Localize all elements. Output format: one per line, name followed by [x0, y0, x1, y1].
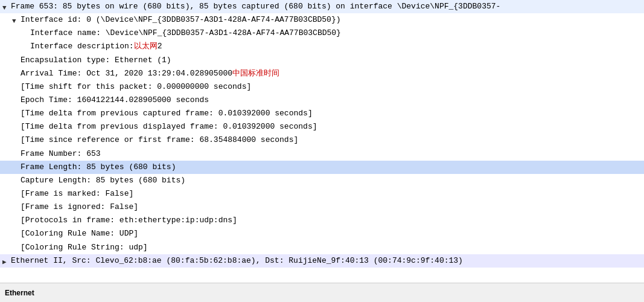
row-text: [Time shift for this packet: 0.000000000… [21, 81, 251, 93]
row-text: Frame Length: 85 bytes (680 bits) [21, 161, 176, 173]
spacer [12, 177, 19, 184]
status-label: Ethernet [5, 289, 34, 297]
spacer [12, 110, 19, 117]
tree-row-capture-length[interactable]: Capture Length: 85 bytes (680 bits) [0, 174, 644, 187]
tree-row-protocols[interactable]: [Protocols in frame: eth:ethertype:ip:ud… [0, 214, 644, 227]
spacer [12, 83, 19, 91]
collapse-icon[interactable]: ▼ [2, 3, 10, 10]
spacer [22, 43, 29, 50]
row-text: [Frame is marked: False] [21, 188, 133, 200]
row-text: [Coloring Rule Name: UDP] [21, 228, 138, 240]
tree-row-coloring-rule-string[interactable]: [Coloring Rule String: udp] [0, 241, 644, 254]
text-part: Arrival Time: Oct 31, 2020 13:29:04.0289… [21, 68, 232, 80]
tree-row-epoch-time[interactable]: Epoch Time: 1604122144.028905000 seconds [0, 94, 644, 107]
row-text: Frame 653: 85 bytes on wire (680 bits), … [11, 1, 500, 13]
expand-icon[interactable]: ▶ [2, 257, 10, 265]
spacer [12, 137, 19, 144]
spacer [12, 217, 19, 224]
tree-row-interface-desc[interactable]: Interface description: 以太网 2 [0, 40, 644, 53]
row-text: [Protocols in frame: eth:ethertype:ip:ud… [21, 214, 237, 226]
tree-row-interface-id[interactable]: ▼Interface id: 0 (\Device\NPF_{3DDB0357-… [0, 13, 644, 27]
row-text: Encapsulation type: Ethernet (1) [21, 54, 171, 66]
spacer [12, 190, 19, 198]
spacer [12, 150, 19, 158]
tree-row-time-delta-displayed[interactable]: [Time delta from previous displayed fram… [0, 120, 644, 133]
tree-row-frame-length[interactable]: Frame Length: 85 bytes (680 bits) [0, 161, 644, 174]
spacer [12, 123, 19, 130]
row-text: [Time delta from previous displayed fram… [21, 121, 317, 133]
tree-row-frame-marked[interactable]: [Frame is marked: False] [0, 187, 644, 201]
status-bar: Ethernet [0, 283, 644, 302]
spacer [12, 57, 19, 64]
spacer [12, 164, 19, 171]
row-text: [Time since reference or first frame: 68… [21, 134, 298, 146]
text-part: 以太网 [134, 40, 158, 53]
tree-row-interface-name[interactable]: Interface name: \Device\NPF_{3DDB0357-A3… [0, 27, 644, 40]
row-text: Epoch Time: 1604122144.028905000 seconds [21, 94, 209, 106]
spacer [12, 97, 19, 104]
tree-row-frame-header[interactable]: ▼Frame 653: 85 bytes on wire (680 bits),… [0, 0, 644, 13]
tree-row-time-since-ref[interactable]: [Time since reference or first frame: 68… [0, 133, 644, 147]
spacer [12, 244, 19, 251]
row-text: Ethernet II, Src: Clevo_62:b8:ae (80:fa:… [11, 255, 463, 267]
row-text: Capture Length: 85 bytes (680 bits) [21, 175, 185, 187]
tree-row-encap-type[interactable]: Encapsulation type: Ethernet (1) [0, 54, 644, 67]
spacer [12, 230, 19, 237]
tree-row-coloring-rule-name[interactable]: [Coloring Rule Name: UDP] [0, 227, 644, 240]
text-part: Interface description: [30, 40, 134, 53]
tree-row-time-shift[interactable]: [Time shift for this packet: 0.000000000… [0, 80, 644, 94]
packet-detail-panel[interactable]: ▼Frame 653: 85 bytes on wire (680 bits),… [0, 0, 644, 302]
row-text: [Coloring Rule String: udp] [21, 242, 148, 254]
spacer [12, 204, 19, 211]
row-text: Interface id: 0 (\Device\NPF_{3DDB0357-A… [21, 14, 341, 26]
spacer [12, 70, 19, 77]
text-part: 中国标准时间 [232, 68, 279, 80]
tree-row-arrival-time[interactable]: Arrival Time: Oct 31, 2020 13:29:04.0289… [0, 67, 644, 80]
row-text: [Time delta from previous captured frame… [21, 108, 313, 120]
row-text: [Frame is ignored: False] [21, 201, 138, 213]
tree-row-frame-ignored[interactable]: [Frame is ignored: False] [0, 201, 644, 214]
tree-row-ethernet-ii[interactable]: ▶Ethernet II, Src: Clevo_62:b8:ae (80:fa… [0, 254, 644, 268]
row-text: Interface name: \Device\NPF_{3DDB0357-A3… [30, 27, 341, 39]
text-part: 2 [158, 40, 162, 53]
tree-row-frame-number[interactable]: Frame Number: 653 [0, 147, 644, 161]
tree-row-time-delta-captured[interactable]: [Time delta from previous captured frame… [0, 107, 644, 120]
collapse-icon[interactable]: ▼ [12, 16, 19, 24]
row-text: Frame Number: 653 [21, 148, 101, 160]
spacer [22, 30, 29, 37]
